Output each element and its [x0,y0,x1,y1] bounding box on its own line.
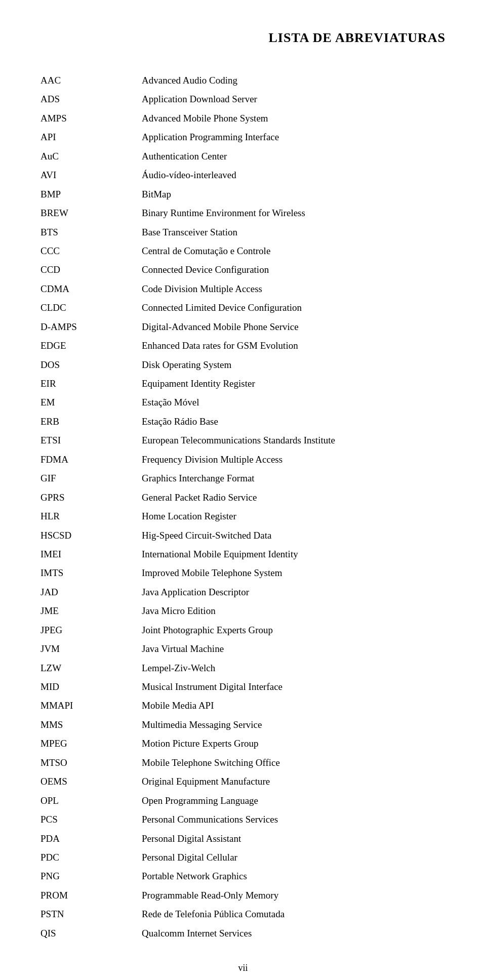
abbreviation-term: EM [40,393,142,412]
list-item: JMEJava Micro Edition [40,601,446,620]
abbreviation-definition: Application Programming Interface [142,128,446,146]
list-item: BREWBinary Runtime Environment for Wirel… [40,203,446,222]
abbreviation-definition: Lempel-Ziv-Welch [142,659,446,677]
list-item: MIDMusical Instrument Digital Interface [40,677,446,696]
abbreviation-term: EIR [40,374,142,393]
abbreviation-term: PROM [40,886,142,905]
list-item: BTSBase Transceiver Station [40,223,446,241]
abbreviation-term: AAC [40,71,142,90]
abbreviation-term: CLDC [40,298,142,317]
list-item: JVMJava Virtual Machine [40,639,446,658]
list-item: MMSMultimedia Messaging Service [40,715,446,734]
abbreviation-term: IMEI [40,545,142,563]
abbreviation-term: CCC [40,241,142,260]
abbreviation-definition: Musical Instrument Digital Interface [142,677,446,696]
abbreviation-definition: Code Division Multiple Access [142,279,446,298]
abbreviation-term: BREW [40,203,142,222]
abbreviation-term: DOS [40,355,142,374]
abbreviation-definition: Rede de Telefonia Pública Comutada [142,905,446,923]
abbreviation-term: AuC [40,147,142,166]
abbreviation-definition: Connected Limited Device Configuration [142,298,446,317]
abbreviation-definition: Estação Móvel [142,393,446,412]
list-item: BMPBitMap [40,185,446,203]
list-item: FDMAFrequency Division Multiple Access [40,450,446,469]
abbreviation-definition: Home Location Register [142,507,446,525]
abbreviation-term: PDC [40,848,142,867]
abbreviation-term: MID [40,677,142,696]
list-item: PDAPersonal Digital Assistant [40,829,446,848]
list-item: HSCSDHig-Speed Circuit-Switched Data [40,526,446,545]
abbreviation-definition: Connected Device Configuration [142,260,446,279]
abbreviation-definition: Equipament Identity Register [142,374,446,393]
abbreviation-definition: Binary Runtime Environment for Wireless [142,203,446,222]
abbreviation-definition: Mobile Telephone Switching Office [142,753,446,772]
list-item: CDMACode Division Multiple Access [40,279,446,298]
abbreviation-term: LZW [40,659,142,677]
abbreviation-term: MPEG [40,734,142,753]
list-item: MPEGMotion Picture Experts Group [40,734,446,753]
abbreviation-definition: Portable Network Graphics [142,867,446,885]
abbreviation-definition: Advanced Audio Coding [142,71,446,90]
abbreviation-term: GIF [40,469,142,487]
abbreviation-definition: Original Equipment Manufacture [142,772,446,791]
abbreviation-term: AVI [40,166,142,184]
abbreviation-definition: Digital-Advanced Mobile Phone Service [142,317,446,336]
list-item: AVIÁudio-vídeo-interleaved [40,166,446,184]
list-item: JADJava Application Descriptor [40,583,446,601]
abbreviation-term: API [40,128,142,146]
abbreviation-term: MTSO [40,753,142,772]
list-item: OEMSOriginal Equipment Manufacture [40,772,446,791]
page-title: LISTA DE ABREVIATURAS [40,30,446,46]
abbreviation-term: BMP [40,185,142,203]
abbreviation-definition: Hig-Speed Circuit-Switched Data [142,526,446,545]
list-item: PSTNRede de Telefonia Pública Comutada [40,905,446,923]
list-item: D-AMPSDigital-Advanced Mobile Phone Serv… [40,317,446,336]
list-item: CCDConnected Device Configuration [40,260,446,279]
abbreviation-term: BTS [40,223,142,241]
abbreviation-term: EDGE [40,336,142,355]
list-item: PDCPersonal Digital Cellular [40,848,446,867]
abbreviation-definition: Estação Rádio Base [142,412,446,431]
abbreviation-definition: Java Virtual Machine [142,639,446,658]
abbreviation-definition: Multimedia Messaging Service [142,715,446,734]
list-item: DOSDisk Operating System [40,355,446,374]
abbreviation-term: QIS [40,924,142,943]
abbreviation-definition: Frequency Division Multiple Access [142,450,446,469]
abbreviation-term: MMS [40,715,142,734]
abbreviation-definition: European Telecommunications Standards In… [142,431,446,450]
list-item: OPLOpen Programming Language [40,791,446,810]
abbreviation-term: CDMA [40,279,142,298]
list-item: ADSApplication Download Server [40,90,446,108]
abbreviation-definition: General Packet Radio Service [142,488,446,507]
abbreviation-term: GPRS [40,488,142,507]
abbreviation-term: IMTS [40,563,142,582]
abbreviation-term: OPL [40,791,142,810]
abbreviation-term: ERB [40,412,142,431]
abbreviation-term: PCS [40,810,142,829]
abbreviation-definition: Java Micro Edition [142,601,446,620]
abbreviation-definition: Mobile Media API [142,696,446,715]
abbreviation-term: HSCSD [40,526,142,545]
list-item: JPEGJoint Photographic Experts Group [40,621,446,639]
abbreviation-definition: International Mobile Equipment Identity [142,545,446,563]
list-item: AuCAuthentication Center [40,147,446,166]
list-item: MTSOMobile Telephone Switching Office [40,753,446,772]
abbreviation-definition: Authentication Center [142,147,446,166]
abbreviation-definition: Personal Digital Cellular [142,848,446,867]
list-item: GPRSGeneral Packet Radio Service [40,488,446,507]
page-number: vii [40,963,446,973]
abbreviation-term: JPEG [40,621,142,639]
list-item: MMAPIMobile Media API [40,696,446,715]
list-item: AMPSAdvanced Mobile Phone System [40,109,446,128]
abbreviation-term: CCD [40,260,142,279]
abbreviation-definition: Graphics Interchange Format [142,469,446,487]
abbreviation-definition: Qualcomm Internet Services [142,924,446,943]
list-item: AACAdvanced Audio Coding [40,71,446,90]
list-item: HLRHome Location Register [40,507,446,525]
list-item: IMEIInternational Mobile Equipment Ident… [40,545,446,563]
abbreviation-term: JME [40,601,142,620]
list-item: EDGEEnhanced Data rates for GSM Evolutio… [40,336,446,355]
abbreviation-term: MMAPI [40,696,142,715]
list-item: PNGPortable Network Graphics [40,867,446,885]
abbreviation-term: JAD [40,583,142,601]
